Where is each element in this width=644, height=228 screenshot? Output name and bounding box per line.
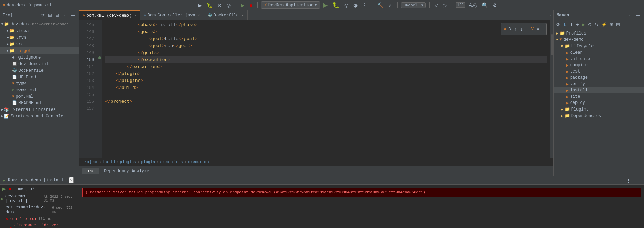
maven-item-test[interactable]: ▶ test xyxy=(554,68,644,75)
profile-main-btn[interactable]: ◕ xyxy=(352,2,359,9)
docker-tab-close[interactable]: ✕ xyxy=(242,13,244,17)
run-item-error-detail[interactable]: ✕ {"message":"driver failed progr xyxy=(0,222,79,228)
bracket: > xyxy=(129,98,132,105)
sidebar-item-mvn[interactable]: ▶ 📂 .mvn xyxy=(0,34,79,41)
sidebar-sync-btn[interactable]: ⟳ xyxy=(40,12,46,18)
sidebar-item-idea[interactable]: ▶ 📂 .idea xyxy=(0,28,79,34)
java-tab-close[interactable]: ✕ xyxy=(198,13,200,17)
jrebel-close-btn[interactable]: ✕ xyxy=(535,26,541,32)
sidebar-item-helpmd[interactable]: 📄 HELP.md xyxy=(0,74,79,81)
tab-pom-xml[interactable]: V pom.xml (dev-demo) ✕ xyxy=(79,10,140,20)
sidebar-item-src[interactable]: ▶ 📁 src xyxy=(0,41,79,47)
maven-more-btn[interactable]: ⋮ xyxy=(627,12,633,18)
breadcrumb-executions[interactable]: executions xyxy=(160,160,183,164)
maven-item-deploy[interactable]: ▶ deploy xyxy=(554,100,644,106)
profile-btn[interactable]: ◎ xyxy=(225,2,232,9)
sidebar-item-iml[interactable]: 🔲 dev-demo.iml xyxy=(0,61,79,67)
maven-item-lifecycle[interactable]: ▼ 📁 Lifecycle xyxy=(554,43,644,50)
tab-dockerfile[interactable]: 🐳 Dockerfile ✕ xyxy=(204,10,248,20)
maven-generate-btn[interactable]: ⚡ xyxy=(600,21,608,28)
maven-item-clean[interactable]: ▶ clean xyxy=(554,50,644,56)
settings-btn[interactable]: ⚙ xyxy=(491,2,498,9)
sidebar-collapse-btn[interactable]: ⊟ xyxy=(54,12,60,18)
sidebar-item-scratches[interactable]: ▶ 📝 Scratches and Consoles xyxy=(0,113,79,120)
sidebar-item-readmemd[interactable]: 📄 README.md xyxy=(0,100,79,106)
run-stop-btn[interactable]: ■ xyxy=(8,185,13,192)
maven-item-compile[interactable]: ▶ compile xyxy=(554,62,644,68)
tabs-more-btn[interactable]: ⋮ xyxy=(547,12,553,18)
breadcrumb-build[interactable]: build xyxy=(103,160,115,164)
run-panel-close-btn[interactable]: ✕ xyxy=(69,177,74,183)
run-item-error[interactable]: ✕ run 1 error 371 ms xyxy=(0,215,79,222)
commit-btn[interactable]: ✓ xyxy=(387,2,394,9)
sidebar-item-external-libs[interactable]: ▶ 📚 External Libraries xyxy=(0,106,79,113)
sidebar-item-pomxml[interactable]: ▼ pom.xml xyxy=(0,93,79,100)
maven-collapse-btn[interactable]: ⊟ xyxy=(615,21,621,28)
maven-item-verify[interactable]: ▶ verify xyxy=(554,81,644,87)
maven-skip-btn[interactable]: ⊘ xyxy=(587,21,593,28)
sidebar-item-mvnw[interactable]: ▼ mvnw xyxy=(0,81,79,87)
code-editor[interactable]: <phase>install</phase> <goals> <goal>bui… xyxy=(102,20,550,158)
maven-item-profiles[interactable]: ▶ 📁 Profiles xyxy=(554,30,644,37)
maven-add-btn[interactable]: + xyxy=(575,21,580,28)
sidebar-more-btn[interactable]: ⋮ xyxy=(62,12,68,18)
pom-tab-close[interactable]: ✕ xyxy=(134,14,136,18)
sidebar-item-dev-demo[interactable]: ▼ 📁 dev-demo D:\workDir\code\ xyxy=(0,21,79,28)
breadcrumb-plugin[interactable]: plugin xyxy=(141,160,155,164)
breadcrumb-project[interactable]: project xyxy=(82,160,98,164)
coverage-btn[interactable]: ⊙ xyxy=(216,2,223,9)
sidebar-item-mvnwcmd[interactable]: ⚙ mvnw.cmd xyxy=(0,87,79,93)
maven-hide-btn[interactable]: — xyxy=(635,12,641,18)
maven-item-dev-demo[interactable]: ▼ ▼ dev-demo xyxy=(554,37,644,43)
run-main-btn[interactable]: ▶ xyxy=(322,1,329,9)
sidebar-item-target[interactable]: ▶ 📁 target xyxy=(0,47,79,54)
maven-item-install[interactable]: ▶ install xyxy=(554,87,644,93)
maven-item-site[interactable]: ▶ site xyxy=(554,93,644,100)
tab-democontroller[interactable]: ☕ DemoController.java ✕ xyxy=(140,10,204,20)
run-btn[interactable]: ▶ xyxy=(197,2,203,9)
breadcrumb-plugins[interactable]: plugins xyxy=(120,160,136,164)
maven-expand-btn[interactable]: ⊞ xyxy=(608,21,614,28)
sidebar-expand-btn[interactable]: ⊞ xyxy=(47,12,53,18)
sidebar-item-dockerfile[interactable]: 🐳 Dockerfile xyxy=(0,67,79,74)
run-panel-more-btn[interactable]: ⋮ xyxy=(625,177,632,184)
run-config-selector[interactable]: ⚡ DevDemoApplication ▼ xyxy=(261,1,320,9)
back-btn[interactable]: ◁ xyxy=(433,2,440,9)
tab-dependency-analyzer[interactable]: Dependency Analyzer xyxy=(101,168,155,174)
breadcrumb-execution[interactable]: execution xyxy=(188,160,209,164)
find-up-btn[interactable]: ↑ xyxy=(513,26,518,32)
maven-refresh-btn[interactable]: ⟳ xyxy=(555,21,561,28)
tab-text[interactable]: Text xyxy=(82,168,99,174)
debug-btn[interactable]: 🐛 xyxy=(205,2,214,9)
maven-toggle-btn[interactable]: ⇆ xyxy=(594,21,599,28)
maven-reimport-btn[interactable]: ⬇ xyxy=(562,21,568,28)
maven-download-btn[interactable]: ⬇ xyxy=(568,21,574,28)
stop-btn[interactable]: ■ xyxy=(248,2,254,9)
run-wrap-btn[interactable]: ↵ xyxy=(30,185,36,192)
sidebar-item-gitignore[interactable]: ◆ .gitignore xyxy=(0,54,79,61)
run-item-example[interactable]: com.example:dev-demo 6 sec, 723 ms xyxy=(0,204,79,215)
translate-btn[interactable]: Aあ xyxy=(468,1,478,9)
maven-item-package[interactable]: ▶ package xyxy=(554,75,644,81)
maven-item-validate[interactable]: ▶ validate xyxy=(554,56,644,62)
run-item-install[interactable]: ▶ dev-demo [install]: At 2022-9 sec, 31 … xyxy=(0,193,79,204)
maven-run-btn[interactable]: ▶ xyxy=(581,21,586,28)
search-everywhere-btn[interactable]: 🔍 xyxy=(480,2,489,9)
forward-btn[interactable]: ▷ xyxy=(442,2,448,9)
find-down-btn[interactable]: ↓ xyxy=(519,26,524,32)
maven-item-plugins[interactable]: ▶ 📁 Plugins xyxy=(554,106,644,113)
run-scroll-btn[interactable]: ↓ xyxy=(25,185,29,192)
vertical-scrollbar[interactable] xyxy=(550,20,553,158)
debug-main-btn[interactable]: 🐛 xyxy=(331,1,341,9)
run-panel-hide-btn[interactable]: — xyxy=(635,177,641,184)
scrollbar-thumb[interactable] xyxy=(551,34,553,55)
run-restart-btn[interactable]: ▶ xyxy=(1,185,7,192)
more-run-btn[interactable]: ⋮ xyxy=(361,2,369,9)
coverage-main-btn[interactable]: ◎ xyxy=(343,2,350,9)
run-filter-btn[interactable]: =x xyxy=(17,185,24,192)
sidebar-hide-btn[interactable]: — xyxy=(70,12,76,18)
editor-main: 145 146 147 148 149 150 151 152 153 154 … xyxy=(79,20,553,158)
build-btn[interactable]: 🔨 xyxy=(376,2,385,9)
maven-item-dependencies[interactable]: ▶ 📁 Dependencies xyxy=(554,113,644,119)
resume-btn[interactable]: ▶ xyxy=(239,2,246,9)
